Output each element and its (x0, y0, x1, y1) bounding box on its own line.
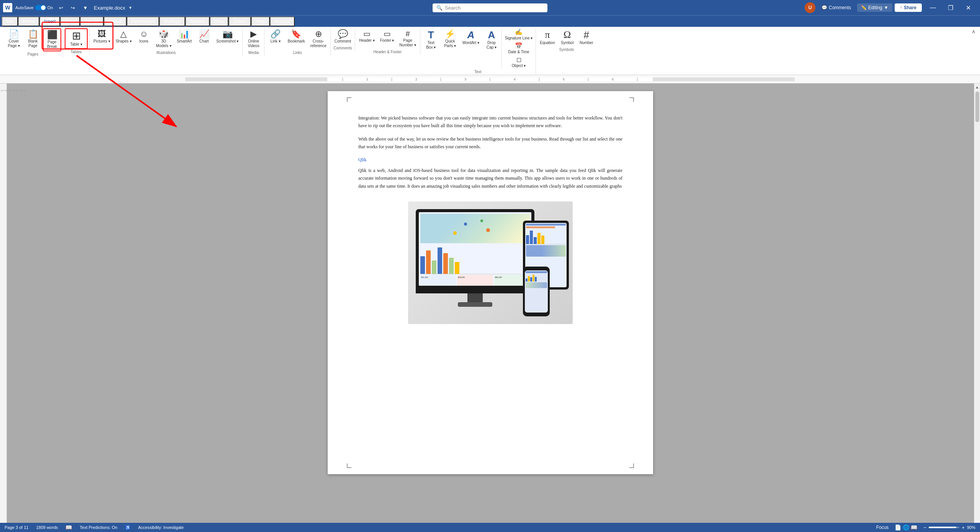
ribbon-btn-3d-models[interactable]: 🎲 3DModels ▾ (154, 28, 174, 50)
ribbon-btn-number[interactable]: # Number (577, 28, 596, 47)
ribbon-collapse-btn[interactable]: ∧ (972, 28, 975, 34)
focus-btn[interactable]: Focus (876, 525, 889, 530)
ribbon-btn-quick-parts[interactable]: ⚡ QuickParts ▾ (441, 28, 459, 50)
menu-review[interactable]: Review (185, 16, 209, 26)
autosave-state: On (47, 5, 53, 10)
menu-design[interactable]: Design (80, 16, 103, 26)
comments-btn[interactable]: 💬 Comments (818, 3, 855, 12)
view-read-btn[interactable]: 📖 (911, 524, 917, 530)
zoom-out-btn[interactable]: − (923, 525, 926, 530)
ribbon-btn-page-break[interactable]: ⬛ PageBreak (43, 28, 61, 51)
bookmark-icon: 🔖 (291, 30, 301, 38)
left-margin: 1 2 3 4 5 6 7 (0, 83, 7, 532)
menu-zotero[interactable]: Zotero (229, 16, 251, 26)
phone-screen (525, 270, 548, 313)
search-icon: 🔍 (436, 5, 443, 11)
menu-layout[interactable]: Layout (104, 16, 127, 26)
link-icon: 🔗 (270, 30, 281, 38)
object-icon: ◻ (516, 57, 521, 63)
doc-title-dropdown[interactable]: ▼ (128, 5, 132, 10)
ribbon-btn-drop-cap[interactable]: A DropCap ▾ (482, 28, 501, 51)
comment-icon: 💬 (822, 5, 827, 10)
search-placeholder: Search (445, 5, 461, 11)
tables-group-label: Tables (65, 50, 88, 55)
ribbon-btn-link[interactable]: 🔗 Link ▾ (266, 28, 284, 45)
close-btn[interactable]: ✕ (959, 2, 977, 13)
equation-icon: π (545, 30, 550, 40)
scroll-thumb[interactable] (975, 92, 979, 122)
book-icon: 📖 (65, 524, 72, 530)
menu-insert[interactable]: Insert (39, 16, 60, 26)
autosave-toggle[interactable] (35, 5, 46, 10)
menu-mailings[interactable]: Mailings (159, 16, 185, 26)
ruler: | 1 | 2 | 3 | 4 | 5 | 6 | (0, 75, 980, 83)
ribbon-btn-cover-page[interactable]: 📄 CoverPage ▾ (5, 28, 23, 50)
ribbon-btn-shapes[interactable]: △ Shapes ▾ (113, 28, 134, 45)
editing-btn[interactable]: ✏️ Editing ▼ (857, 3, 892, 12)
menu-help[interactable]: Help (251, 16, 270, 26)
ribbon-btn-chart[interactable]: 📈 Chart (195, 28, 213, 45)
ribbon-btn-table[interactable]: ⊞ Table ▾ (65, 28, 88, 49)
ribbon-btn-online-videos[interactable]: ▶ OnlineVideos (244, 28, 263, 50)
ribbon-btn-signature-line[interactable]: ✍ Signature Line ▾ (503, 28, 534, 41)
menu-home[interactable]: Home (18, 16, 39, 26)
view-print-btn[interactable]: 📄 (895, 524, 901, 530)
ribbon-btn-text-box[interactable]: T TextBox ▾ (422, 28, 440, 51)
ribbon-btn-comment[interactable]: 💬 Comment (332, 28, 353, 45)
menu-acrobat[interactable]: Acrobat (270, 16, 295, 26)
app-logo: W (3, 3, 12, 12)
avatar[interactable]: U (805, 2, 815, 13)
quick-access-btn[interactable]: ▼ (80, 3, 91, 12)
signature-line-icon: ✍ (515, 29, 523, 35)
doc-page: Integration: We picked business software… (328, 91, 653, 474)
drop-cap-icon: A (488, 30, 495, 40)
ribbon-btn-cross-reference[interactable]: ⊕ Cross-reference (308, 28, 328, 50)
redo-btn[interactable]: ↪ (68, 3, 78, 12)
menu-file[interactable]: File (2, 16, 18, 26)
ribbon-btn-header[interactable]: ▭ Header ▾ (357, 28, 377, 44)
page-info: Page 3 of 11 (5, 525, 28, 530)
search-bar[interactable]: 🔍 Search (433, 3, 547, 12)
ribbon: 📄 CoverPage ▾ 📋 BlankPage ⬛ PageBreak Pa… (0, 27, 980, 75)
ribbon-btn-blank-page[interactable]: 📋 BlankPage (24, 28, 42, 50)
menu-references[interactable]: References (127, 16, 159, 26)
share-icon: ↑ (900, 5, 902, 10)
zoom-slider[interactable] (929, 527, 959, 528)
page-corner-tr (629, 97, 634, 102)
menu-view[interactable]: View (210, 16, 229, 26)
ribbon-btn-page-number[interactable]: # PageNumber ▾ (397, 28, 418, 49)
ribbon-btn-pictures[interactable]: 🖼 Pictures ▾ (91, 28, 113, 45)
vertical-scrollbar[interactable]: ▲ ▼ (974, 83, 980, 532)
edit-icon: ✏️ (861, 5, 867, 10)
symbol-icon: Ω (564, 30, 571, 40)
cross-reference-icon: ⊕ (315, 30, 322, 38)
ribbon-btn-wordart[interactable]: A WordArt ▾ (460, 28, 482, 47)
page-corner-tl (347, 97, 351, 102)
minimize-btn[interactable]: — (924, 2, 942, 13)
view-web-btn[interactable]: 🌐 (903, 524, 909, 530)
ribbon-btn-smartart[interactable]: 📊 SmartArt (175, 28, 194, 45)
ribbon-btn-object[interactable]: ◻ Object ▾ (503, 56, 534, 69)
ribbon-btn-bookmark[interactable]: 🔖 Bookmark (285, 28, 307, 45)
ribbon-group-tables: ⊞ Table ▾ Tables (63, 28, 90, 55)
ribbon-group-text: T TextBox ▾ ⚡ QuickParts ▾ A WordArt ▾ A… (420, 28, 536, 75)
qlik-link[interactable]: Qlik (358, 157, 366, 162)
share-btn[interactable]: ↑ Share (895, 3, 922, 12)
undo-btn[interactable]: ↩ (56, 3, 66, 12)
ribbon-btn-symbol[interactable]: Ω Symbol (558, 28, 577, 47)
3d-models-icon: 🎲 (158, 30, 169, 38)
phone (523, 267, 550, 316)
ribbon-btn-footer[interactable]: ▭ Footer ▾ (378, 28, 397, 44)
menu-draw[interactable]: Draw (60, 16, 80, 26)
restore-btn[interactable]: ❐ (942, 2, 959, 13)
editing-dropdown-icon: ▼ (884, 5, 889, 10)
zoom-in-btn[interactable]: + (962, 525, 965, 530)
autosave-label: AutoSave (15, 5, 34, 10)
ribbon-group-header-footer: ▭ Header ▾ ▭ Footer ▾ # PageNumber ▾ Hea… (355, 28, 420, 55)
scroll-up-btn[interactable]: ▲ (974, 83, 980, 91)
ribbon-btn-icons[interactable]: ☺ Icons (135, 28, 153, 45)
ribbon-btn-date-time[interactable]: 📅 Date & Time (503, 42, 534, 55)
ribbon-btn-equation[interactable]: π Equation (537, 28, 557, 47)
ribbon-btn-screenshot[interactable]: 📷 Screenshot ▾ (214, 28, 241, 45)
accessibility-label: Accessibility: Investigate (138, 525, 184, 530)
